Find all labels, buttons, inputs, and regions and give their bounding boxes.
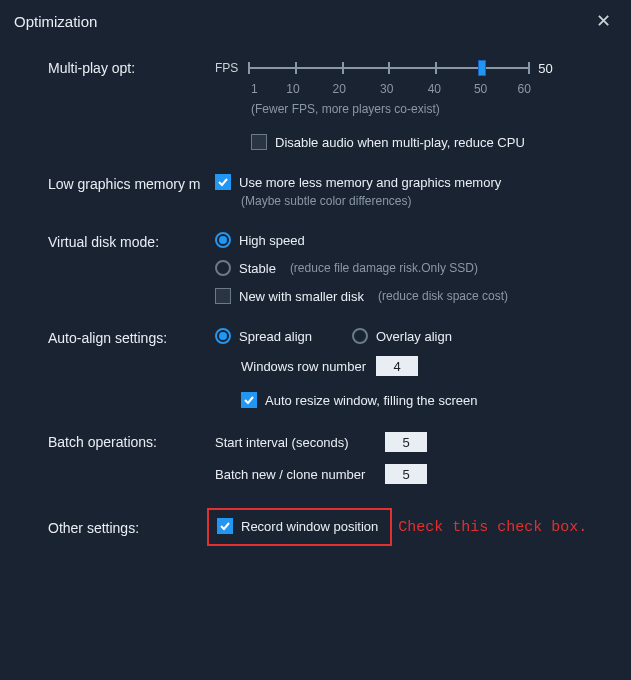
auto-resize-label: Auto resize window, filling the screen xyxy=(265,393,477,408)
fps-slider[interactable] xyxy=(248,58,528,78)
new-smaller-disk-label: New with smaller disk xyxy=(239,289,364,304)
slider-thumb[interactable] xyxy=(478,60,486,76)
fps-value: 50 xyxy=(538,61,552,76)
tick-label: 50 xyxy=(458,82,503,96)
multi-play-label: Multi-play opt: xyxy=(0,58,215,76)
annotation-text: Check this check box. xyxy=(398,519,587,536)
disable-audio-label: Disable audio when multi-play, reduce CP… xyxy=(275,135,525,150)
auto-resize-checkbox[interactable] xyxy=(241,392,257,408)
low-graphics-label: Low graphics memory m xyxy=(0,174,215,192)
tick-label: 10 xyxy=(271,82,316,96)
tick-label: 20 xyxy=(315,82,363,96)
spread-align-label: Spread align xyxy=(239,329,312,344)
spread-align-radio[interactable] xyxy=(215,328,231,344)
record-window-position-checkbox[interactable] xyxy=(217,518,233,534)
stable-radio[interactable] xyxy=(215,260,231,276)
tick-label: 1 xyxy=(251,82,271,96)
close-icon[interactable]: ✕ xyxy=(590,8,617,34)
new-smaller-disk-hint: (reduce disk space cost) xyxy=(378,289,508,303)
disable-audio-checkbox[interactable] xyxy=(251,134,267,150)
clone-number-label: Batch new / clone number xyxy=(215,467,375,482)
annotation-highlight-box: Record window position xyxy=(207,508,392,546)
start-interval-input[interactable] xyxy=(385,432,427,452)
row-number-input[interactable] xyxy=(376,356,418,376)
tick-label: 60 xyxy=(503,82,531,96)
start-interval-label: Start interval (seconds) xyxy=(215,435,375,450)
dialog-title: Optimization xyxy=(14,13,97,30)
new-smaller-disk-checkbox[interactable] xyxy=(215,288,231,304)
stable-label: Stable xyxy=(239,261,276,276)
auto-align-label: Auto-align settings: xyxy=(0,328,215,346)
use-less-memory-label: Use more less memory and graphics memory xyxy=(239,175,501,190)
tick-label: 40 xyxy=(411,82,459,96)
virtual-disk-label: Virtual disk mode: xyxy=(0,232,215,250)
overlay-align-radio[interactable] xyxy=(352,328,368,344)
use-less-memory-hint: (Maybe subtle color differences) xyxy=(241,194,611,208)
fps-label: FPS xyxy=(215,61,238,75)
tick-label: 30 xyxy=(363,82,411,96)
fps-hint: (Fewer FPS, more players co-exist) xyxy=(251,102,611,116)
high-speed-radio[interactable] xyxy=(215,232,231,248)
overlay-align-label: Overlay align xyxy=(376,329,452,344)
other-settings-label: Other settings: xyxy=(0,518,215,536)
high-speed-label: High speed xyxy=(239,233,305,248)
batch-label: Batch operations: xyxy=(0,432,215,450)
use-less-memory-checkbox[interactable] xyxy=(215,174,231,190)
row-number-label: Windows row number xyxy=(241,359,366,374)
record-window-position-label: Record window position xyxy=(241,519,378,534)
clone-number-input[interactable] xyxy=(385,464,427,484)
stable-hint: (reduce file damage risk.Only SSD) xyxy=(290,261,478,275)
